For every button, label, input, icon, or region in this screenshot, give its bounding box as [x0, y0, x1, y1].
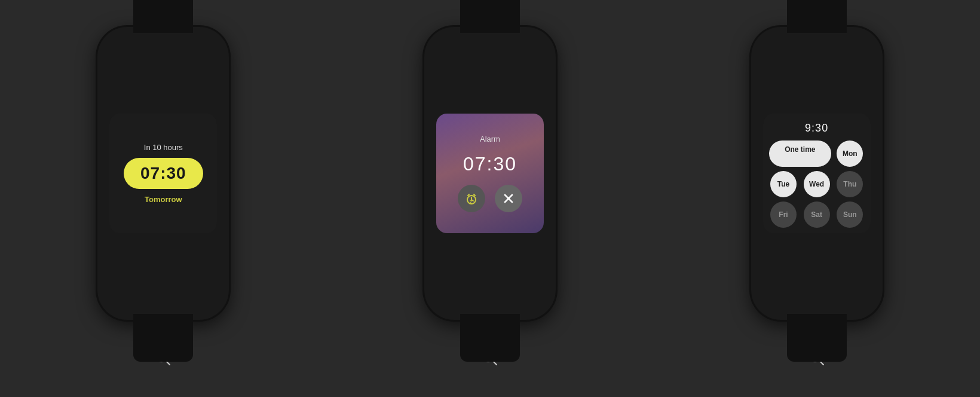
watch-2-container: Alarm 07:30 Z: [424, 27, 556, 370]
alarm-label: Alarm: [480, 135, 500, 143]
svg-text:Z: Z: [470, 200, 473, 204]
watch-3-body: 9:30 One time Mon Tue Wed Thu Fri Sat Su…: [751, 27, 883, 320]
watch-2-time: 07:30: [463, 153, 517, 175]
watch-1-body: In 10 hours 07:30 Tomorrow: [97, 27, 229, 320]
watch-3-container: 9:30 One time Mon Tue Wed Thu Fri Sat Su…: [751, 27, 883, 370]
watch-1-container: In 10 hours 07:30 Tomorrow: [97, 27, 229, 370]
day-mon[interactable]: Mon: [837, 141, 863, 167]
day-label: Tomorrow: [145, 195, 182, 204]
day-fri[interactable]: Fri: [770, 201, 797, 228]
day-tue[interactable]: Tue: [770, 171, 797, 197]
in-hours-label: In 10 hours: [144, 143, 183, 152]
time-pill: 07:30: [124, 158, 203, 189]
watch-2-body: Alarm 07:30 Z: [424, 27, 556, 320]
day-sun[interactable]: Sun: [837, 201, 863, 228]
svg-line-8: [474, 194, 475, 196]
dismiss-button[interactable]: [495, 185, 522, 212]
watch-2-screen: Alarm 07:30 Z: [436, 114, 544, 233]
watch-1-screen: In 10 hours 07:30 Tomorrow: [109, 114, 217, 233]
watch-1-time: 07:30: [140, 164, 186, 183]
snooze-button[interactable]: Z: [458, 185, 485, 212]
watch-3-time: 9:30: [805, 122, 828, 135]
day-sat[interactable]: Sat: [804, 201, 830, 228]
day-wed[interactable]: Wed: [804, 171, 830, 197]
alarm-buttons: Z: [458, 185, 522, 212]
watch-3-screen: 9:30 One time Mon Tue Wed Thu Fri Sat Su…: [763, 114, 871, 233]
svg-line-7: [468, 194, 469, 196]
day-grid: One time Mon Tue Wed Thu Fri Sat Sun: [769, 141, 865, 228]
one-time-button[interactable]: One time: [769, 141, 831, 167]
day-thu[interactable]: Thu: [837, 171, 863, 197]
